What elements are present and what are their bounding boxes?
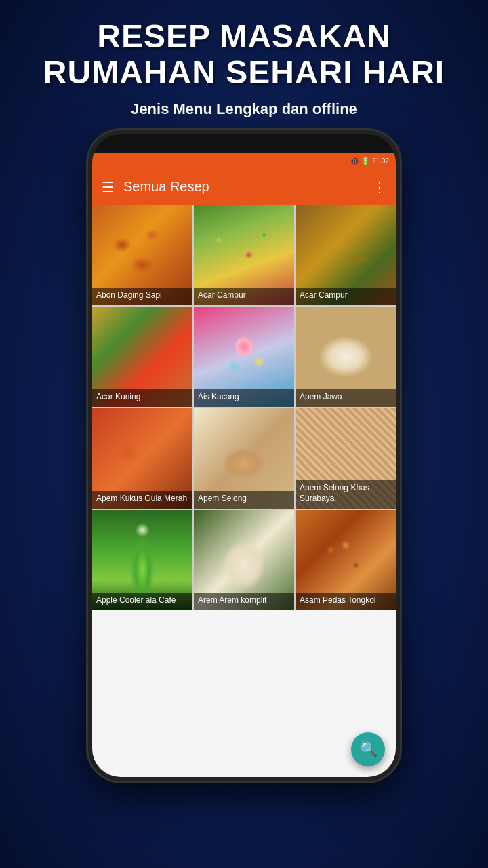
page-title: RESEP MASAKAN RUMAHAN SEHARI HARI [0, 0, 488, 96]
recipe-item-12[interactable]: Asam Pedas Tongkol [296, 510, 396, 610]
recipe-label-6: Apem Jawa [296, 389, 396, 407]
page-subtitle: Jenis Menu Lengkap dan offline [117, 96, 371, 130]
recipe-label-5: Ais Kacang [194, 389, 294, 407]
recipe-label-12: Asam Pedas Tongkol [296, 593, 396, 610]
recipe-label-10: Apple Cooler ala Cafe [92, 593, 192, 610]
recipe-item-1[interactable]: Abon Daging Sapi [92, 205, 192, 305]
recipe-item-4[interactable]: Acar Kuning [92, 307, 192, 407]
recipe-item-7[interactable]: Apem Kukus Gula Merah [92, 408, 192, 509]
time-display: 21.02 [372, 157, 389, 165]
recipe-item-6[interactable]: Apem Jawa [296, 307, 396, 407]
recipe-item-10[interactable]: Apple Cooler ala Cafe [92, 510, 192, 610]
recipe-item-11[interactable]: Arem Arem komplit [194, 510, 294, 610]
recipe-label-7: Apem Kukus Gula Merah [92, 491, 192, 509]
phone-frame: 📵 🔋 21.02 ☰ Semua Resep ⋮ Abon Daging Sa… [88, 130, 400, 781]
search-fab-button[interactable]: 🔍 [351, 732, 385, 766]
recipe-label-3: Acar Campur [296, 288, 396, 305]
recipe-item-5[interactable]: Ais Kacang [194, 307, 294, 407]
recipe-label-1: Abon Daging Sapi [92, 288, 192, 305]
battery-icon: 🔋 [361, 157, 369, 165]
recipe-label-2: Acar Campur [194, 288, 294, 305]
status-bar: 📵 🔋 21.02 [92, 153, 396, 170]
content-area: Abon Daging Sapi Acar Campur Acar Campur… [92, 205, 396, 777]
recipe-item-2[interactable]: Acar Campur [194, 205, 294, 305]
recipe-item-8[interactable]: Apem Selong [194, 408, 294, 509]
recipe-label-11: Arem Arem komplit [194, 593, 294, 610]
recipe-label-4: Acar Kuning [92, 389, 192, 407]
recipe-grid: Abon Daging Sapi Acar Campur Acar Campur… [92, 205, 396, 610]
hamburger-menu-icon[interactable]: ☰ [102, 179, 114, 195]
app-bar-title: Semua Resep [123, 179, 363, 195]
phone-top-bar [92, 134, 396, 153]
network-icon: 📵 [350, 157, 359, 165]
app-bar: ☰ Semua Resep ⋮ [92, 170, 396, 205]
recipe-label-9: Apem Selong Khas Surabaya [296, 480, 396, 508]
status-icons: 📵 🔋 21.02 [350, 157, 389, 165]
recipe-item-3[interactable]: Acar Campur [296, 205, 396, 305]
search-icon: 🔍 [359, 741, 378, 758]
recipe-item-9[interactable]: Apem Selong Khas Surabaya [296, 408, 396, 509]
phone-notch [217, 139, 271, 149]
recipe-label-8: Apem Selong [194, 491, 294, 509]
more-options-icon[interactable]: ⋮ [373, 179, 386, 195]
